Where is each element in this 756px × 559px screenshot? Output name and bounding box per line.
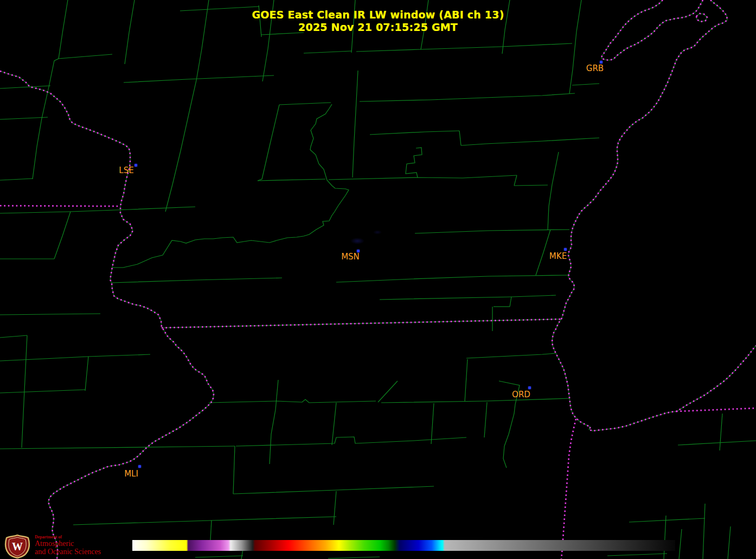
county-line — [466, 353, 555, 358]
station-label: MLI — [124, 469, 138, 479]
county-line — [548, 152, 559, 230]
county-line — [461, 138, 599, 145]
county-line — [484, 402, 487, 437]
county-line — [0, 179, 33, 180]
county-line — [356, 43, 572, 52]
county-line — [381, 398, 569, 403]
county-line — [73, 517, 336, 525]
county-line — [112, 278, 282, 283]
county-line — [22, 335, 27, 448]
station-dot — [134, 164, 137, 167]
county-line — [380, 295, 556, 300]
county-line — [607, 554, 667, 556]
county-line — [233, 446, 235, 494]
station-label: MSN — [341, 252, 360, 262]
county-line — [370, 131, 459, 135]
county-line — [703, 504, 705, 559]
county-line — [0, 314, 100, 315]
state-border-line — [561, 419, 576, 559]
satellite-image-viewport: GOES East Clean IR LW window (ABI ch 13)… — [0, 0, 756, 559]
county-line — [679, 529, 682, 559]
image-title-block: GOES East Clean IR LW window (ABI ch 13)… — [0, 9, 756, 34]
logo-name-line2: and Oceanic Sciences — [35, 548, 101, 556]
county-line — [510, 297, 511, 307]
logo-text: Department of Atmospheric and Oceanic Sc… — [35, 535, 101, 556]
county-line — [664, 516, 666, 559]
county-line — [162, 319, 561, 328]
county-line — [720, 414, 722, 450]
county-line — [258, 105, 279, 181]
county-line — [112, 104, 349, 268]
county-line — [0, 390, 85, 393]
county-line — [572, 84, 599, 85]
uw-aos-logo: W Department of Atmospheric and Oceanic … — [3, 535, 101, 558]
logo-name-line1: Atmospheric — [35, 539, 101, 548]
station-label: ORD — [512, 390, 530, 399]
county-line — [431, 403, 434, 444]
county-line — [360, 93, 575, 101]
county-line — [233, 486, 434, 494]
station-label: MKE — [549, 251, 567, 261]
station-dot — [564, 248, 567, 251]
image-timestamp: 2025 Nov 21 07:15:25 GMT — [0, 21, 756, 34]
county-line — [195, 556, 243, 557]
county-line — [465, 359, 467, 402]
county-line — [85, 357, 88, 391]
county-line — [536, 230, 550, 275]
logo-dept-line: Department of — [35, 535, 101, 539]
county-line — [270, 380, 278, 464]
satellite-map-canvas — [0, 0, 756, 559]
county-line — [329, 175, 517, 180]
county-line — [304, 51, 351, 53]
county-line — [629, 518, 705, 522]
county-line — [336, 275, 568, 282]
county-line — [124, 75, 274, 82]
shoreline-underlay — [0, 71, 214, 559]
county-line — [678, 441, 756, 445]
county-line — [0, 354, 150, 361]
county-line — [406, 148, 422, 177]
county-line — [0, 86, 50, 88]
county-line — [353, 71, 358, 177]
state-border-line — [552, 0, 756, 431]
county-line — [0, 117, 48, 119]
state-border-line — [0, 71, 214, 559]
faint-cloud-pixel — [373, 230, 382, 234]
county-line — [334, 491, 336, 525]
county-line — [459, 131, 461, 145]
county-line — [0, 446, 235, 449]
shoreline-underlay — [552, 0, 756, 431]
station-label: LSE — [119, 166, 133, 175]
county-line — [59, 54, 112, 59]
county-line — [514, 175, 517, 186]
station-dot — [138, 465, 141, 468]
station-dot — [528, 386, 531, 389]
county-line — [54, 212, 71, 259]
county-line — [0, 335, 27, 338]
svg-text:W: W — [12, 541, 23, 552]
county-line — [258, 179, 325, 181]
ir-temperature-colorbar — [132, 540, 675, 551]
image-title: GOES East Clean IR LW window (ABI ch 13) — [0, 9, 756, 21]
faint-cloud-pixel — [350, 238, 364, 244]
state-border-line — [676, 408, 756, 411]
county-line — [378, 381, 398, 402]
county-line — [279, 103, 331, 105]
state-border-line — [0, 206, 120, 206]
county-line — [728, 526, 731, 559]
county-line — [328, 557, 380, 558]
county-line — [209, 399, 376, 403]
uw-crest-icon: W — [3, 535, 31, 558]
station-label: GRB — [586, 63, 604, 73]
county-line — [514, 185, 548, 186]
county-line — [415, 230, 569, 233]
